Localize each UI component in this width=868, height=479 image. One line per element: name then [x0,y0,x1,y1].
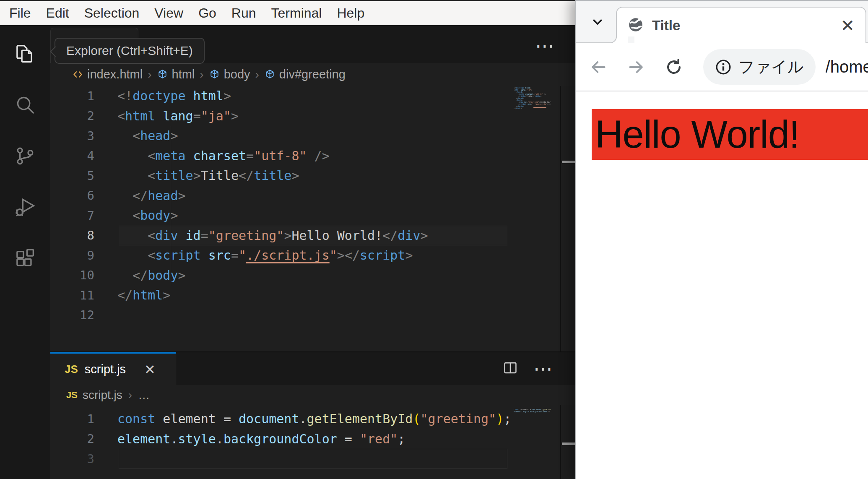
address-bar-url[interactable]: /home/u [826,57,868,76]
line-content: element.style.backgroundColor = "red"; [94,432,405,446]
menu-item-view[interactable]: View [147,1,191,25]
line-number: 6 [50,188,94,203]
line-content: <div id="greeting">Hello World!</div> [94,228,428,243]
code-line-2[interactable]: 2<html lang="ja"> [50,106,575,126]
tab-title: Title [652,18,680,34]
forward-icon[interactable] [624,55,648,79]
symbol-element-icon [157,69,168,80]
menu-item-go[interactable]: Go [191,1,224,25]
editor-tabstrip-bottom: JS script.js ✕ ⋯ [50,352,575,385]
more-actions-icon[interactable]: ⋯ [535,34,556,57]
browser-toolbar: ファイル /home/u [576,43,868,91]
line-number: 11 [50,288,94,302]
code-line-3[interactable]: 3 <head> [50,126,575,146]
menu-item-selection[interactable]: Selection [77,1,147,25]
site-info-chip[interactable]: ファイル [703,49,816,85]
code-line-6[interactable]: 6 </head> [50,186,575,206]
browser-tabstrip: Title ✕ [576,0,868,43]
html-code-editor[interactable]: 1<!doctype html>2<html lang="ja">3 <head… [50,86,575,351]
reload-icon[interactable] [662,55,686,79]
breadcrumb-bottom: JS script.js › … [50,385,575,405]
breadcrumb-item[interactable]: … [138,388,150,402]
minimap[interactable]: <!doctype html><html lang="ja"> <head> <… [514,87,551,110]
code-line-11[interactable]: 11</html> [50,285,575,305]
extensions-icon[interactable] [13,247,37,270]
code-line-4[interactable]: 4 <meta charset="utf-8" /> [50,146,575,166]
code-line-8[interactable]: 8 <div id="greeting">Hello World!</div> [50,226,575,246]
screen: FileEditSelectionViewGoRunTerminalHelp ⋯… [0,0,868,479]
line-number: 2 [50,432,94,446]
breadcrumb-item[interactable]: script.js [83,388,122,402]
menu-item-help[interactable]: Help [329,1,372,25]
minimap[interactable]: const element = document.getElementById(… [514,409,551,413]
breadcrumb-separator: › [147,68,152,81]
overview-ruler[interactable] [560,405,575,479]
tab-script-js[interactable]: JS script.js ✕ [50,352,176,385]
breadcrumb-separator: › [127,388,133,402]
vscode-window: FileEditSelectionViewGoRunTerminalHelp ⋯… [0,0,575,479]
greeting-div: Hello World! [592,109,868,160]
code-line-1[interactable]: 1const element = document.getElementById… [50,409,575,429]
editor-actions: ⋯ [502,352,575,385]
code-line-2[interactable]: 2element.style.backgroundColor = "red"; [50,429,575,449]
editor-tabstrip-top: ⋯ Explorer (Ctrl+Shift+E) [50,25,575,63]
back-icon[interactable] [587,55,610,79]
symbol-element-icon [264,69,275,80]
code-line-12[interactable]: 12 [50,305,575,325]
cursor-marker [562,443,575,445]
source-control-icon[interactable] [13,144,37,168]
line-content: <script src="./script.js"></script> [94,248,413,263]
line-content: <!doctype html> [94,89,231,103]
line-number: 1 [50,412,94,426]
close-tab-icon[interactable]: ✕ [840,17,855,34]
line-content: </head> [94,188,186,203]
code-line-9[interactable]: 9 <script src="./script.js"></script> [50,245,575,266]
line-number: 4 [50,148,94,163]
code-line-7[interactable]: 7 <body> [50,206,575,226]
breadcrumb-item-body[interactable]: body [209,68,250,81]
js-code-editor[interactable]: 1const element = document.getElementById… [50,405,575,479]
site-info-label: ファイル [738,56,804,78]
line-content: <head> [94,128,178,143]
menu-item-terminal[interactable]: Terminal [264,1,330,25]
minimap-line: </html> [514,108,551,110]
menu-item-file[interactable]: File [2,1,39,25]
close-tab-icon[interactable]: ✕ [144,363,156,376]
line-content: <html lang="ja"> [94,109,239,123]
line-number: 7 [50,208,94,223]
js-file-icon: JS [66,390,78,401]
more-actions-icon[interactable]: ⋯ [533,365,554,372]
menu-item-run[interactable]: Run [224,1,264,25]
overview-ruler[interactable] [560,86,575,351]
line-content: </html> [94,288,170,302]
browser-window: Title ✕ ファイル /home/u [575,0,868,479]
breadcrumb-item-html[interactable]: html [157,68,195,81]
menu-item-edit[interactable]: Edit [39,1,77,25]
line-number: 8 [50,228,94,242]
browser-tab[interactable]: Title ✕ [616,7,866,43]
breadcrumb-item-div-greeting[interactable]: div#greeting [264,68,346,81]
breadcrumb-separator: › [199,68,204,81]
code-line-5[interactable]: 5 <title>Title</title> [50,166,575,186]
explorer-tooltip: Explorer (Ctrl+Shift+E) [55,38,205,64]
line-content: <meta charset="utf-8" /> [94,148,330,163]
code-line-10[interactable]: 10 </body> [50,266,575,286]
line-content: <body> [94,208,178,223]
search-icon[interactable] [13,93,37,117]
minimap-line: element.style.backgroundColor = "red"; [514,411,551,413]
code-line-3[interactable]: 3 [50,449,575,469]
breadcrumb-item-index-html[interactable]: index.html [72,68,143,81]
breadcrumb: index.html›html›body›div#greeting [50,63,575,86]
explorer-icon[interactable] [13,42,37,65]
tab-label: script.js [85,362,126,376]
run-debug-icon[interactable] [13,195,37,219]
split-editor-icon[interactable] [502,360,518,377]
code-line-1[interactable]: 1<!doctype html> [50,86,575,106]
activity-bar [0,25,50,479]
code-tag-icon [72,69,83,80]
line-number: 3 [50,129,94,143]
tab-search-chevron-icon[interactable] [587,12,608,32]
menu-bar: FileEditSelectionViewGoRunTerminalHelp [0,0,575,25]
line-number: 12 [50,308,94,322]
globe-icon [628,17,644,34]
